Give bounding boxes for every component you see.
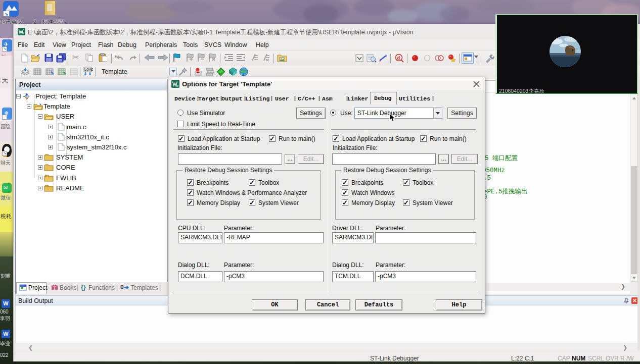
svg-text:d: d	[397, 55, 400, 61]
svg-text:LOAD: LOAD	[84, 68, 93, 71]
